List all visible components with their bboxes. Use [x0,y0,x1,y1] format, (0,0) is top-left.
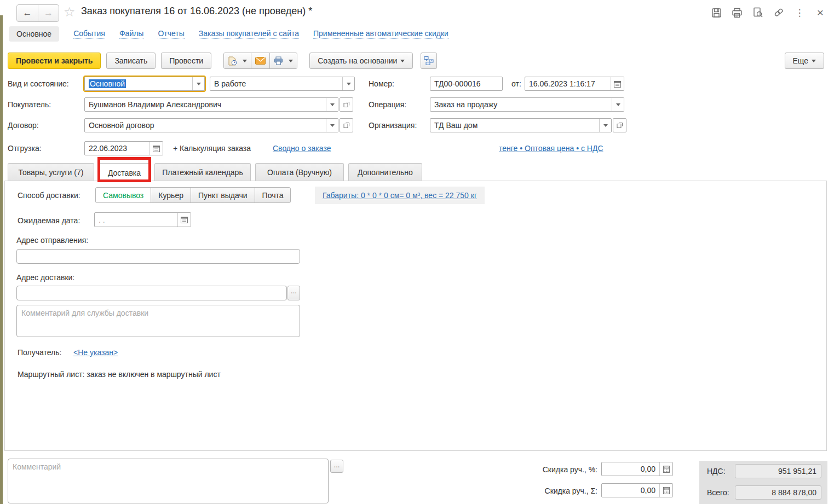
post-button[interactable]: Провести [161,53,211,69]
contract-combo[interactable]: Основной договор [84,118,338,132]
method-pickup-button[interactable]: Самовывоз [95,187,151,203]
window-edge-stripe [0,15,3,504]
contract-caret[interactable] [326,119,338,132]
discount-pct-field[interactable]: 0,00 [601,462,673,476]
contract-open-button[interactable] [340,118,353,132]
from-address-label: Адрес отправления: [16,236,88,245]
shipment-calendar-button[interactable] [149,142,163,155]
get-link-icon[interactable] [773,7,785,19]
tab-payment-manual[interactable]: Оплата (Вручную) [255,163,344,181]
print-preview-icon[interactable] [752,7,764,19]
method-courier-button[interactable]: Курьер [151,187,191,203]
from-address-input[interactable] [16,249,300,264]
order-state-caret[interactable] [342,77,354,90]
shipment-date-value: 22.06.2023 [85,142,149,155]
recipient-link[interactable]: <Не указан> [73,348,118,357]
more-button[interactable]: Еще [785,53,825,69]
order-comment-textarea[interactable] [8,459,329,503]
forward-button[interactable]: → [38,5,59,21]
more-menu-icon[interactable]: ⋮ [793,7,806,19]
organization-combo[interactable]: ТД Ваш дом [430,118,612,132]
document-clock-icon [228,56,237,66]
calculator-icon [663,487,670,494]
method-pickup-point-button[interactable]: Пункт выдачи [191,187,255,203]
back-button[interactable]: ← [17,5,38,21]
envelope-icon [255,57,266,65]
order-kind-caret[interactable] [192,77,204,90]
tab-goods-services[interactable]: Товары, услуги (7) [8,163,94,181]
to-address-input[interactable] [16,286,287,300]
save-button[interactable]: Записать [106,53,156,69]
tab-payment-calendar[interactable]: Платежный календарь [154,163,251,181]
calendar-icon [181,216,188,223]
nav-item-files[interactable]: Файлы [119,29,143,39]
kind-state-label: Вид и состояние: [8,79,69,88]
more-caret [812,60,816,62]
order-calculation-toggle[interactable]: + Калькуляция заказа [173,144,251,153]
route-sheet-text: Маршрутный лист: заказ не включен в марш… [18,370,221,379]
vat-value: 951 951,21 [735,464,821,478]
expected-date-calendar-button[interactable] [177,213,191,227]
discount-sum-calculator-button[interactable] [659,484,672,497]
open-form-icon [617,122,623,129]
send-email-button[interactable] [251,53,269,68]
toolbar-icon-group [223,53,297,69]
favorite-star-icon[interactable]: ☆ [64,4,76,20]
courier-comment-textarea[interactable] [16,305,300,337]
nav-item-auto-discounts[interactable]: Примененные автоматические скидки [313,29,448,39]
datetime-calendar-button[interactable] [611,77,624,90]
operation-label: Операция: [369,100,406,109]
post-and-close-button[interactable]: Провести и закрыть [8,53,101,69]
dimensions-link[interactable]: Габариты: 0 * 0 * 0 см= 0 м³, вес = 22 7… [323,191,477,200]
tab-delivery[interactable]: Доставка [99,163,150,182]
totals-panel: НДС: 951 951,21 Всего: 8 884 878,00 [699,461,827,504]
organization-open-button[interactable] [613,118,626,132]
create-based-on-label: Создать на основании [318,56,397,65]
tab-additional[interactable]: Дополнительно [348,163,422,181]
save-icon[interactable] [710,7,722,19]
discount-pct-value: 0,00 [602,462,659,476]
recipient-label: Получатель: [18,348,61,357]
discount-pct-calculator-button[interactable] [659,462,672,476]
operation-combo[interactable]: Заказ на продажу [430,97,624,112]
customer-label: Покупатель: [8,100,51,109]
customer-open-button[interactable] [340,97,353,112]
history-nav: ← → [16,4,59,22]
comment-expand-button[interactable]: ... [330,460,343,473]
discount-sum-value: 0,00 [602,484,659,497]
dimensions-block: Габариты: 0 * 0 * 0 см= 0 м³, вес = 22 7… [315,187,485,204]
create-based-on-button[interactable]: Создать на основании [309,53,413,69]
print-button[interactable] [269,53,297,68]
organization-caret[interactable] [599,119,611,132]
close-icon[interactable]: × [814,7,826,19]
print-icon[interactable] [731,7,743,19]
expected-date-label: Ожидаемая дата: [18,216,80,225]
nav-item-events[interactable]: События [73,29,105,39]
method-post-button[interactable]: Почта [255,187,291,203]
to-address-select-button[interactable]: ... [287,286,300,300]
order-kind-combo[interactable]: Основной [84,77,205,91]
number-label: Номер: [369,79,394,88]
order-datetime-field[interactable]: 16.06.2023 1:16:17 [525,77,624,91]
price-terms-link[interactable]: тенге • Оптовая цена • с НДС [499,144,603,153]
post-document-button[interactable] [224,53,251,68]
discount-sum-field[interactable]: 0,00 [601,483,673,497]
order-state-combo[interactable]: В работе [210,77,355,91]
order-summary-link[interactable]: Сводно о заказе [273,144,331,153]
post-document-caret [243,60,247,62]
nav-item-main[interactable]: Основное [9,26,59,42]
calendar-icon [153,145,160,152]
number-field[interactable]: ТД00-000016 [430,77,503,91]
nav-item-reports[interactable]: Отчеты [158,29,184,39]
delivery-method-group: Самовывоз Курьер Пункт выдачи Почта [95,187,291,203]
customer-caret[interactable] [326,98,338,111]
related-documents-button[interactable] [421,53,437,69]
customer-combo[interactable]: Бушманов Владимир Александрович [84,97,338,112]
discount-sum-label: Скидка руч., Σ: [528,486,597,495]
operation-caret[interactable] [612,98,624,111]
vat-label: НДС: [707,467,726,476]
expected-date-field[interactable]: . . [94,212,191,227]
nav-item-site-orders[interactable]: Заказы покупателей с сайта [199,29,299,39]
shipment-date-field[interactable]: 22.06.2023 [84,141,163,155]
section-nav: Основное События Файлы Отчеты Заказы пок… [9,25,448,43]
